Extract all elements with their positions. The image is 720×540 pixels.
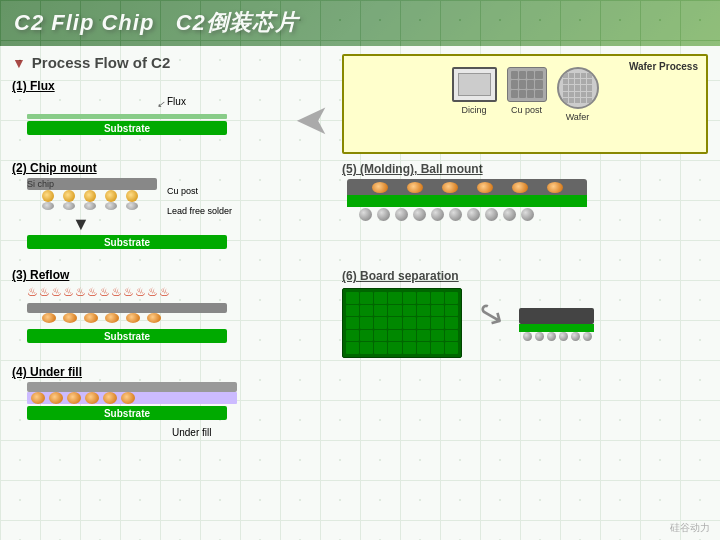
rbump-3 — [84, 313, 98, 323]
sb-2 — [377, 208, 390, 221]
underfill-chip — [27, 382, 237, 392]
step4-label: (4) Under fill — [12, 365, 332, 379]
large-board — [342, 288, 462, 358]
rbump-2 — [63, 313, 77, 323]
flame-10: ♨ — [135, 285, 146, 299]
step4-diagram: Substrate Under fill — [17, 382, 332, 447]
step4-substrate: Substrate — [27, 406, 227, 420]
dicing-label: Dicing — [461, 105, 486, 115]
cupost-label: Cu post — [511, 105, 542, 115]
ufbump-1 — [31, 392, 45, 404]
cu-post-shape — [507, 67, 547, 102]
molding-diagram — [342, 179, 708, 259]
scb-1 — [523, 332, 532, 341]
flame-4: ♨ — [63, 285, 74, 299]
dicing-item: Dicing — [452, 67, 497, 122]
solder-5 — [126, 202, 138, 210]
solder-balls-row — [42, 202, 138, 210]
sb-5 — [431, 208, 444, 221]
underfill-layer — [27, 392, 237, 404]
watermark: 硅谷动力 — [670, 521, 710, 535]
wafer-process-label: Wafer Process — [629, 61, 698, 72]
step2-substrate: Substrate — [27, 235, 227, 249]
ufbump-2 — [49, 392, 63, 404]
sb-7 — [467, 208, 480, 221]
flames-row: ♨ ♨ ♨ ♨ ♨ ♨ ♨ ♨ ♨ ♨ ♨ ♨ — [27, 285, 332, 299]
step1-label: (1) Flux — [12, 79, 332, 93]
mold-c3 — [442, 182, 458, 193]
step3-diagram: ♨ ♨ ♨ ♨ ♨ ♨ ♨ ♨ ♨ ♨ ♨ ♨ — [17, 285, 332, 355]
small-chip-green — [519, 324, 594, 332]
flux-label: Flux — [167, 96, 186, 107]
large-arrow: ➤ — [295, 95, 330, 144]
small-chip-group — [519, 308, 596, 341]
rbump-4 — [105, 313, 119, 323]
small-chip-top — [519, 308, 594, 324]
step3-substrate: Substrate — [27, 329, 227, 343]
flame-8: ♨ — [111, 285, 122, 299]
cu-post-grid — [508, 68, 546, 101]
solder-4 — [105, 202, 117, 210]
ufbump-6 — [121, 392, 135, 404]
si-label: Si chip — [27, 179, 54, 189]
cupost-item: Cu post — [507, 67, 547, 122]
flame-5: ♨ — [75, 285, 86, 299]
small-chip-balls — [519, 332, 596, 341]
scb-3 — [547, 332, 556, 341]
flame-11: ♨ — [147, 285, 158, 299]
rbump-5 — [126, 313, 140, 323]
step2-diagram: Si chip Cu post — [17, 178, 332, 258]
flame-6: ♨ — [87, 285, 98, 299]
sb-1 — [359, 208, 372, 221]
sb-6 — [449, 208, 462, 221]
sb-4 — [413, 208, 426, 221]
step3-block: (3) Reflow ♨ ♨ ♨ ♨ ♨ ♨ ♨ ♨ ♨ ♨ ♨ — [12, 268, 332, 355]
step2-label: (2) Chip mount — [12, 161, 332, 175]
wafer-item: Wafer — [557, 67, 599, 122]
ufbump-4 — [85, 392, 99, 404]
step3-label: (3) Reflow — [12, 268, 332, 282]
reflow-chip-bar — [27, 303, 227, 313]
dicing-shape — [452, 67, 497, 102]
sb-8 — [485, 208, 498, 221]
mold-cap — [347, 179, 587, 195]
cu-post-4 — [105, 190, 117, 202]
cu-post-5 — [126, 190, 138, 202]
step1-block: (1) Flux ↙ Flux Substrate — [12, 79, 332, 151]
flux-layer — [27, 114, 227, 119]
board-grid — [343, 289, 461, 357]
wafer-items-row: Dicing — [352, 67, 698, 122]
flame-12: ♨ — [159, 285, 170, 299]
rbump-1 — [42, 313, 56, 323]
step1-diagram: ↙ Flux Substrate — [17, 96, 332, 151]
solder-balls-bottom — [347, 208, 708, 221]
flame-2: ♨ — [39, 285, 50, 299]
down-arrow-2: ▼ — [72, 214, 90, 235]
mold-c6 — [547, 182, 563, 193]
mold-c1 — [372, 182, 388, 193]
ufbump-3 — [67, 392, 81, 404]
wafer-label-text: Wafer — [566, 112, 590, 122]
scb-5 — [571, 332, 580, 341]
sb-9 — [503, 208, 516, 221]
cu-post-3 — [84, 190, 96, 202]
page-root: C2 Flip Chip C2倒装芯片 ▼ Process Flow of C2… — [0, 0, 720, 540]
flame-9: ♨ — [123, 285, 134, 299]
wafer-circle — [557, 67, 599, 109]
flame-1: ♨ — [27, 285, 38, 299]
scb-4 — [559, 332, 568, 341]
sb-3 — [395, 208, 408, 221]
solder-label: Lead free solder — [167, 206, 232, 216]
solder-1 — [42, 202, 54, 210]
flame-7: ♨ — [99, 285, 110, 299]
cu-posts-row — [42, 190, 138, 202]
flux-arrow-line: ↙ — [157, 99, 165, 109]
cu-post-2 — [63, 190, 75, 202]
sb-10 — [521, 208, 534, 221]
ufbump-5 — [103, 392, 117, 404]
mold-c5 — [512, 182, 528, 193]
step2-block: (2) Chip mount Si chip Cu post — [12, 161, 332, 258]
watermark-text: 硅谷动力 — [670, 522, 710, 533]
underfill-label: Under fill — [172, 427, 211, 438]
scb-2 — [535, 332, 544, 341]
